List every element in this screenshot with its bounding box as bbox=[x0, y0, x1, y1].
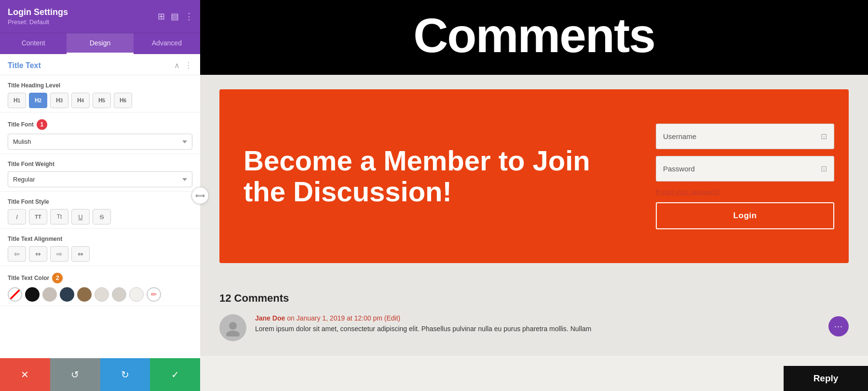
custom-color-picker[interactable]: ✏ bbox=[147, 287, 161, 302]
transparent-swatch[interactable] bbox=[8, 287, 22, 302]
align-justify-button[interactable]: ⇔ bbox=[71, 246, 90, 262]
h2-button[interactable]: H2 bbox=[29, 93, 47, 108]
black-swatch[interactable] bbox=[25, 287, 40, 302]
confirm-button[interactable]: ✓ bbox=[150, 358, 200, 391]
lighter-gray-swatch[interactable] bbox=[112, 287, 126, 302]
strikethrough-button[interactable]: S bbox=[93, 209, 111, 224]
panel-content: Title Text ∧ ⋮ Title Heading Level H1 H2… bbox=[0, 54, 200, 391]
reply-button[interactable]: Reply bbox=[784, 366, 868, 391]
text-align-group: Title Text Alignment ⇦ ⇔ ⇨ ⇔ bbox=[0, 229, 200, 266]
panel-actions: ✕ ↺ ↻ ✓ bbox=[0, 358, 200, 391]
login-button[interactable]: Login bbox=[656, 202, 834, 229]
heading-level-label: Title Heading Level bbox=[8, 82, 192, 89]
resize-handle[interactable]: ⟺ bbox=[191, 187, 209, 204]
underline-button[interactable]: U bbox=[71, 209, 90, 224]
username-icon: ⊡ bbox=[821, 132, 827, 141]
panel-tabs: Content Design Advanced bbox=[0, 33, 200, 54]
hero-section: Comments bbox=[200, 0, 868, 75]
panel-preset[interactable]: Preset: Default bbox=[8, 18, 68, 26]
italic-button[interactable]: I bbox=[8, 209, 26, 224]
text-align-label: Title Text Alignment bbox=[8, 236, 192, 242]
password-input-display[interactable]: Password ⊡ bbox=[656, 156, 834, 182]
username-label: Username bbox=[663, 132, 696, 140]
align-buttons: ⇦ ⇔ ⇨ ⇔ bbox=[8, 246, 192, 262]
login-card: Become a Member to Join the Discussion! … bbox=[219, 89, 849, 263]
reset-button[interactable]: ↺ bbox=[50, 358, 100, 391]
h3-button[interactable]: H3 bbox=[50, 93, 68, 108]
login-form: Username ⊡ Password ⊡ Forgot your passwo… bbox=[641, 89, 849, 263]
settings-panel: Login Settings Preset: Default ⊞ ▤ ⋮ Con… bbox=[0, 0, 200, 391]
brown-swatch[interactable] bbox=[77, 287, 92, 302]
dark-swatch[interactable] bbox=[60, 287, 74, 302]
color-swatches: ✏ bbox=[8, 287, 192, 302]
comment-author: Jane Doe bbox=[255, 314, 285, 322]
comment-body: Jane Doe on January 1, 2019 at 12:00 pm … bbox=[255, 314, 820, 334]
comment-options-button[interactable]: ··· bbox=[828, 316, 849, 336]
style-buttons: I TT Tt U S bbox=[8, 209, 192, 224]
more-icon[interactable]: ⋮ bbox=[185, 11, 193, 22]
light-gray-swatch[interactable] bbox=[95, 287, 109, 302]
comment-avatar bbox=[219, 314, 246, 341]
font-style-group: Title Font Style I TT Tt U S bbox=[0, 192, 200, 229]
capitalize-button[interactable]: Tt bbox=[50, 209, 68, 224]
tab-advanced[interactable]: Advanced bbox=[134, 33, 200, 54]
align-right-button[interactable]: ⇨ bbox=[50, 246, 68, 262]
panel-title: Login Settings bbox=[8, 7, 68, 17]
panel-header-left: Login Settings Preset: Default bbox=[8, 7, 68, 26]
cancel-button[interactable]: ✕ bbox=[0, 358, 50, 391]
comment-edit[interactable]: (Edit) bbox=[384, 314, 400, 322]
color-badge: 2 bbox=[52, 273, 63, 283]
text-color-label: Title Text Color 2 bbox=[8, 273, 192, 283]
username-input-display[interactable]: Username ⊡ bbox=[656, 124, 834, 149]
tab-design[interactable]: Design bbox=[67, 33, 133, 54]
comment-meta: Jane Doe on January 1, 2019 at 12:00 pm … bbox=[255, 314, 820, 322]
password-icon: ⊡ bbox=[821, 164, 827, 173]
off-white-swatch[interactable] bbox=[129, 287, 144, 302]
font-label: Title Font 1 bbox=[8, 119, 192, 130]
login-tagline: Become a Member to Join the Discussion! bbox=[219, 89, 641, 263]
panel-header-icons: ⊞ ▤ ⋮ bbox=[158, 11, 193, 22]
uppercase-button[interactable]: TT bbox=[29, 209, 47, 224]
font-style-label: Title Font Style bbox=[8, 198, 192, 205]
svg-point-0 bbox=[229, 322, 237, 330]
h5-button[interactable]: H5 bbox=[93, 93, 111, 108]
collapse-icon[interactable]: ∧ bbox=[174, 61, 180, 70]
h4-button[interactable]: H4 bbox=[71, 93, 90, 108]
redo-button[interactable]: ↻ bbox=[100, 358, 150, 391]
comments-count: 12 Comments bbox=[219, 292, 849, 305]
comments-section: 12 Comments Jane Doe on January 1, 2019 … bbox=[200, 278, 868, 356]
font-group: Title Font 1 Mulish bbox=[0, 112, 200, 154]
text-color-group: Title Text Color 2 ✏ bbox=[0, 266, 200, 306]
gray-swatch[interactable] bbox=[42, 287, 57, 302]
align-left-button[interactable]: ⇦ bbox=[8, 246, 26, 262]
heading-buttons: H1 H2 H3 H4 H5 H6 bbox=[8, 93, 192, 108]
comment-row: Jane Doe on January 1, 2019 at 12:00 pm … bbox=[219, 314, 849, 341]
comment-date: on January 1, 2019 at 12:00 pm bbox=[287, 314, 382, 322]
align-center-button[interactable]: ⇔ bbox=[29, 246, 47, 262]
section-more-icon[interactable]: ⋮ bbox=[185, 61, 192, 70]
password-label: Password bbox=[663, 165, 695, 173]
expand-icon[interactable]: ⊞ bbox=[158, 11, 165, 22]
tab-content[interactable]: Content bbox=[0, 33, 67, 54]
login-section: Become a Member to Join the Discussion! … bbox=[200, 75, 868, 278]
heading-level-group: Title Heading Level H1 H2 H3 H4 H5 H6 bbox=[0, 75, 200, 112]
columns-icon[interactable]: ▤ bbox=[171, 11, 179, 22]
font-weight-group: Title Font Weight Regular bbox=[0, 154, 200, 192]
h1-button[interactable]: H1 bbox=[8, 93, 26, 108]
section-header-icons: ∧ ⋮ bbox=[174, 61, 192, 70]
h6-button[interactable]: H6 bbox=[114, 93, 132, 108]
font-select[interactable]: Mulish bbox=[8, 134, 192, 150]
font-badge: 1 bbox=[37, 119, 47, 130]
options-dots: ··· bbox=[834, 321, 843, 332]
section-header: Title Text ∧ ⋮ bbox=[0, 54, 200, 75]
forgot-password-link[interactable]: Forgot your password? bbox=[656, 188, 834, 196]
svg-point-1 bbox=[226, 331, 240, 336]
font-weight-select[interactable]: Regular bbox=[8, 171, 192, 187]
section-title: Title Text bbox=[8, 61, 41, 70]
panel-header: Login Settings Preset: Default ⊞ ▤ ⋮ bbox=[0, 0, 200, 33]
right-panel: Comments Become a Member to Join the Dis… bbox=[200, 0, 868, 391]
comment-text: Lorem ipsum dolor sit amet, consectetur … bbox=[255, 324, 820, 334]
hero-title: Comments bbox=[413, 11, 655, 59]
font-weight-label: Title Font Weight bbox=[8, 161, 192, 168]
